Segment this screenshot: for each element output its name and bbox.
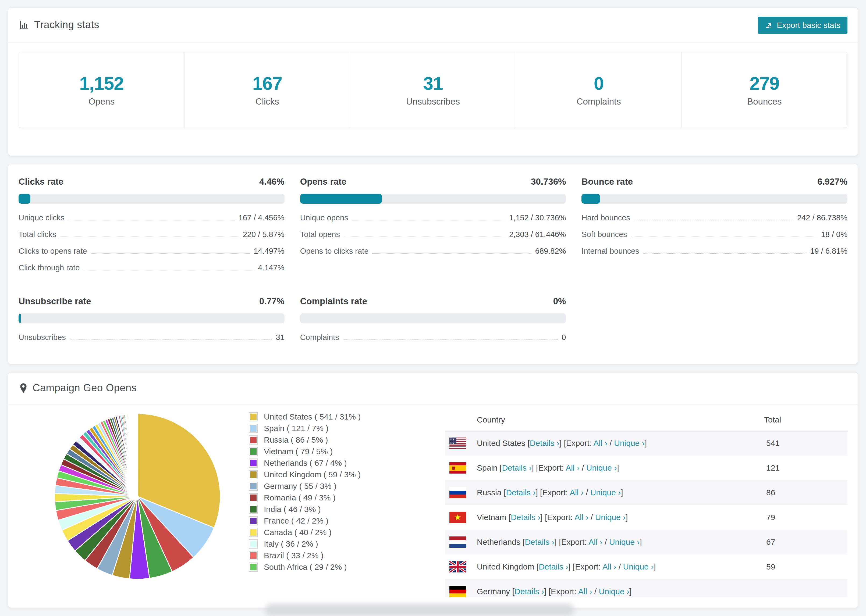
export-all-link[interactable]: All › — [575, 513, 589, 522]
legend-label: Netherlands ( 67 / 4% ) — [264, 459, 347, 468]
rate-detail-row: Click through rate 4.147% — [19, 263, 285, 272]
export-unique-link[interactable]: Unique › — [590, 488, 621, 497]
total-column-header: Total — [764, 415, 847, 424]
legend-label: United States ( 541 / 31% ) — [264, 412, 361, 421]
legend-swatch — [249, 493, 258, 502]
summary-stat: 1,152 Opens — [19, 52, 184, 128]
rate-detail-value: 0 — [562, 333, 566, 342]
dotted-leader — [70, 339, 272, 340]
us-flag-icon — [449, 438, 466, 449]
rate-detail-label: Total opens — [300, 230, 340, 239]
country-cell: Netherlands [Details ›] [Export: All › /… — [477, 537, 642, 547]
rate-detail-label: Hard bounces — [581, 214, 630, 222]
legend-label: Vietnam ( 79 / 5% ) — [264, 447, 333, 456]
rate-detail-label: Clicks to opens rate — [19, 247, 87, 256]
legend-item: Brazil ( 33 / 2% ) — [249, 550, 427, 561]
rate-section: Bounce rate 6.927% Hard bounces 242 / 86… — [581, 177, 847, 280]
rate-detail-value: 4.147% — [258, 263, 284, 272]
details-link[interactable]: Details › — [502, 464, 531, 472]
geo-table-row: United States [Details ›] [Export: All ›… — [445, 431, 847, 456]
export-all-link[interactable]: All › — [602, 562, 616, 571]
legend-swatch — [249, 470, 258, 479]
legend-swatch — [249, 412, 258, 421]
legend-label: Brazil ( 33 / 2% ) — [264, 551, 324, 560]
country-cell: Vietnam [Details ›] [Export: All › / Uni… — [477, 513, 628, 522]
rate-detail-row: Opens to clicks rate 689.82% — [300, 247, 566, 256]
export-basic-stats-button[interactable]: Export basic stats — [758, 17, 847, 34]
details-link[interactable]: Details › — [539, 562, 568, 571]
legend-item: Spain ( 121 / 7% ) — [249, 423, 427, 434]
total-cell: 121 — [766, 464, 847, 473]
dotted-leader — [352, 220, 505, 220]
rate-detail-value: 18 / 0% — [821, 230, 847, 239]
summary-stat: 0 Complaints — [516, 52, 682, 128]
export-all-link[interactable]: All › — [589, 537, 602, 546]
details-link[interactable]: Details › — [530, 438, 559, 448]
rate-title: Opens rate — [300, 177, 346, 187]
details-link[interactable]: Details › — [511, 513, 540, 522]
legend-label: Russia ( 86 / 5% ) — [264, 435, 328, 445]
legend-item: India ( 46 / 3% ) — [249, 503, 427, 515]
dotted-leader — [91, 253, 250, 254]
legend-label: Romania ( 49 / 3% ) — [264, 493, 335, 502]
bar-chart-icon — [19, 20, 29, 30]
export-all-link[interactable]: All › — [578, 587, 592, 596]
export-unique-link[interactable]: Unique › — [586, 464, 617, 472]
rates-grid: Clicks rate 4.46% Unique clicks 167 / 4.… — [19, 177, 847, 350]
total-cell: 59 — [766, 562, 847, 571]
export-all-link[interactable]: All › — [565, 464, 579, 472]
export-unique-link[interactable]: Unique › — [599, 587, 629, 596]
rate-detail-label: Complaints — [300, 333, 339, 342]
total-cell: 86 — [766, 488, 847, 497]
rate-detail-label: Opens to clicks rate — [300, 247, 369, 256]
vietnam-flag-icon: ★ — [449, 512, 466, 523]
export-unique-link[interactable]: Unique › — [614, 438, 644, 448]
details-link[interactable]: Details › — [506, 488, 535, 497]
rate-detail-value: 31 — [276, 333, 284, 342]
export-all-link[interactable]: All › — [570, 488, 584, 497]
summary-stats: 1,152 Opens 167 Clicks 31 Unsubscribes 0… — [19, 52, 847, 128]
geo-table-row: United Kingdom [Details ›] [Export: All … — [445, 555, 847, 579]
rate-detail-value: 2,303 / 61.446% — [509, 230, 566, 239]
summary-stat: 31 Unsubscribes — [350, 52, 516, 128]
rate-detail-value: 14.497% — [254, 247, 285, 256]
rate-detail-row: Unique clicks 167 / 4.456% — [19, 214, 285, 222]
rate-detail-label: Unique clicks — [19, 214, 65, 222]
rate-detail-value: 242 / 86.738% — [797, 214, 847, 222]
legend-label: India ( 46 / 3% ) — [264, 505, 321, 514]
export-unique-link[interactable]: Unique › — [595, 513, 625, 522]
legend-label: Germany ( 55 / 3% ) — [264, 482, 337, 491]
dotted-leader — [343, 339, 558, 340]
legend-swatch — [249, 551, 258, 560]
export-all-link[interactable]: All › — [594, 438, 608, 448]
export-unique-link[interactable]: Unique › — [609, 537, 639, 546]
progress-bar — [19, 194, 285, 204]
details-link[interactable]: Details › — [515, 587, 544, 596]
geo-pie-chart — [49, 408, 226, 597]
export-unique-link[interactable]: Unique › — [623, 562, 653, 571]
germany-flag-icon — [449, 586, 466, 597]
page-title: Tracking stats — [34, 19, 99, 31]
rate-detail-row: Total opens 2,303 / 61.446% — [300, 230, 566, 239]
rate-section-header: Opens rate 30.736% — [300, 177, 566, 187]
rate-section-header: Complaints rate 0% — [300, 296, 566, 306]
spain-flag-icon — [449, 462, 466, 473]
geo-table: Country Total United States [Details ›] … — [445, 405, 847, 597]
stat-value: 0 — [594, 73, 604, 94]
rate-detail-label: Soft bounces — [581, 230, 627, 239]
legend-item: Netherlands ( 67 / 4% ) — [249, 457, 427, 469]
russia-flag-icon — [449, 487, 466, 498]
rates-card: Clicks rate 4.46% Unique clicks 167 / 4.… — [8, 164, 858, 364]
rate-detail-row: Total clicks 220 / 5.87% — [19, 230, 285, 239]
total-cell: 79 — [766, 513, 847, 522]
tracking-stats-card: Tracking stats Export basic stats 1,152 … — [8, 8, 858, 156]
geo-table-header: Country Total — [445, 405, 847, 431]
progress-bar — [581, 194, 847, 204]
rate-value: 0% — [553, 296, 566, 306]
legend-item: United States ( 541 / 31% ) — [249, 411, 427, 423]
legend-item: Russia ( 86 / 5% ) — [249, 434, 427, 446]
details-link[interactable]: Details › — [525, 537, 554, 546]
legend-item: Vietnam ( 79 / 5% ) — [249, 446, 427, 457]
dotted-leader — [631, 237, 817, 237]
rate-detail-row: Internal bounces 19 / 6.81% — [581, 247, 847, 256]
